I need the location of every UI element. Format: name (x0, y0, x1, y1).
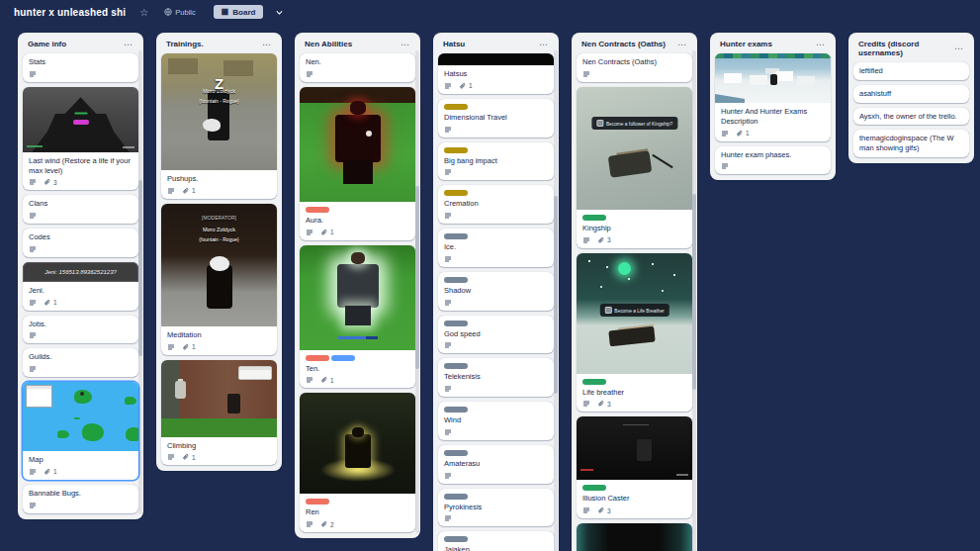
label-chip-gray[interactable] (444, 407, 468, 413)
card[interactable]: Jajaken (438, 531, 554, 551)
card-title: Kingship (582, 224, 686, 233)
star-icon[interactable]: ☆ (139, 7, 148, 18)
attachment-count: 1 (53, 299, 57, 306)
label-chip-red[interactable] (306, 355, 329, 361)
label-chip-yellow[interactable] (444, 104, 468, 110)
card[interactable]: Pyrokinesis (438, 489, 554, 527)
card[interactable]: Hatsus1 (438, 53, 554, 94)
description-icon (29, 70, 37, 78)
list-scrollbar-thumb[interactable] (554, 196, 558, 394)
card-title: Hunter exam phases. (721, 150, 825, 160)
card[interactable]: Moro Zoldyck{fountain - Rogue}ZPushups.1 (161, 53, 277, 199)
card-title: Climbing (167, 441, 271, 451)
card[interactable]: Hunter And Hunter Exams Description1 (715, 53, 831, 141)
card[interactable]: Last wind (Restore a life if your max le… (23, 87, 138, 191)
card[interactable]: Aysxh, the owner of the trello. (853, 108, 969, 126)
list-scrollbar[interactable] (138, 50, 142, 514)
description-icon (721, 162, 729, 170)
card[interactable]: Bannable Bugs. (23, 485, 138, 513)
label-chip-gray[interactable] (444, 494, 468, 500)
label-chip-green[interactable] (582, 379, 606, 385)
list-menu-icon[interactable]: ⋯ (537, 43, 550, 46)
list-scrollbar-thumb[interactable] (415, 186, 419, 369)
label-chip-yellow[interactable] (444, 190, 468, 196)
card[interactable]: Jobs. (23, 316, 138, 344)
label-chip-green[interactable] (582, 485, 606, 491)
card[interactable]: asahistuff (853, 85, 969, 103)
label-chip-yellow[interactable] (444, 147, 468, 153)
list-scrollbar[interactable] (692, 50, 696, 551)
label-chip-gray[interactable] (444, 321, 468, 326)
board-title[interactable]: hunter x unleashed shi (14, 7, 126, 18)
card[interactable]: Become a Life BreatherLife breather3 (577, 253, 692, 413)
card[interactable]: Nen Contracts (Oaths) (577, 53, 692, 82)
card-title: Wind (444, 415, 548, 425)
card[interactable]: Illusion Caster3 (577, 416, 692, 518)
card[interactable]: Jeni: 156513.8936252123?Jeni.1 (23, 262, 138, 311)
card[interactable]: Aura.1 (300, 87, 415, 240)
card-title: Aysxh, the owner of the trello. (859, 112, 963, 122)
card[interactable]: Cremation (438, 185, 554, 224)
label-chip-red[interactable] (306, 499, 329, 505)
list-scrollbar-thumb[interactable] (692, 194, 696, 389)
card[interactable]: Amaterasu (438, 445, 554, 484)
card[interactable]: leftified (853, 62, 969, 80)
visibility-badge[interactable]: Public (164, 8, 195, 17)
label-chip-gray[interactable] (444, 536, 468, 542)
list-menu-icon[interactable]: ⋯ (260, 43, 273, 46)
list-hatsu: Hatsu⋯Hatsus1Dimensional TravelBig bang … (433, 33, 559, 551)
list-scrollbar[interactable] (415, 50, 419, 533)
attachment-icon: 1 (182, 453, 196, 461)
list-menu-icon[interactable]: ⋯ (122, 43, 134, 46)
card[interactable]: God speed (438, 316, 554, 354)
chevron-down-icon[interactable] (275, 8, 284, 17)
board-view-button[interactable]: ▦ Board (214, 5, 264, 19)
label-chip-red[interactable] (306, 207, 329, 213)
card[interactable]: Guilds. (23, 348, 138, 377)
label-chip-gray[interactable] (444, 363, 468, 369)
list-scrollbar-thumb[interactable] (138, 180, 142, 356)
label-chip-green[interactable] (582, 215, 606, 221)
card[interactable]: Nen. (300, 53, 415, 82)
card-title: Ren (306, 507, 409, 517)
label-chip-gray[interactable] (444, 277, 468, 283)
card-title: Clans (29, 199, 133, 209)
card[interactable]: Dimensional Travel (438, 99, 554, 138)
card-title: Jajaken (444, 545, 548, 551)
card[interactable]: Become a follower of Kingship?Kingship3 (577, 87, 692, 248)
description-icon (444, 514, 452, 522)
list-menu-icon[interactable]: ⋯ (675, 43, 688, 46)
card-title: Codes (29, 232, 133, 242)
card[interactable]: Telekenisis (438, 358, 554, 397)
description-icon (29, 245, 37, 253)
description-icon (444, 126, 452, 134)
list-menu-icon[interactable]: ⋯ (952, 46, 965, 50)
card-title: Life breather (582, 388, 686, 398)
card[interactable]: Wind (438, 402, 554, 440)
list-title: Nen Abilities (305, 40, 352, 48)
card[interactable]: Map1 (23, 382, 138, 480)
card-title: Pushups. (167, 174, 271, 184)
card[interactable]: Big bang impact (438, 142, 554, 181)
list-scrollbar[interactable] (554, 50, 558, 551)
label-chip-gray[interactable] (444, 450, 468, 456)
card[interactable]: Ice. (438, 229, 554, 267)
card[interactable]: Ten.1 (300, 245, 415, 389)
label-chip-blue[interactable] (331, 355, 355, 361)
card[interactable] (577, 523, 692, 551)
card[interactable]: themagicdoginspace (The W man showing gi… (853, 130, 969, 157)
card-title: Nen Contracts (Oaths) (582, 57, 686, 67)
list-menu-icon[interactable]: ⋯ (399, 43, 411, 46)
card[interactable]: Clans (23, 195, 138, 224)
card[interactable]: Stats (23, 53, 138, 82)
label-chip-gray[interactable] (444, 233, 468, 239)
card[interactable]: Ren2 (300, 393, 415, 532)
card[interactable]: Codes (23, 229, 138, 257)
card[interactable]: Shadow (438, 272, 554, 311)
card[interactable]: Climbing1 (161, 360, 277, 466)
card[interactable]: Hunter exam phases. (715, 146, 831, 175)
card[interactable]: [MODERATOR]Moro Zoldyck{fountain - Rogue… (161, 204, 277, 355)
list-menu-icon[interactable]: ⋯ (814, 43, 827, 46)
card-title: Aura. (306, 216, 409, 226)
list-title: Hunter exams (720, 40, 772, 48)
